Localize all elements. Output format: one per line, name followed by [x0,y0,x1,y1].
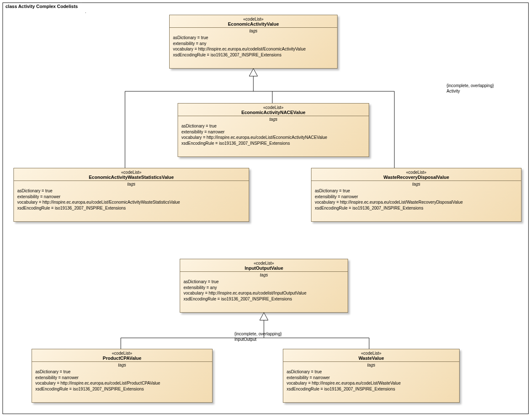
generalization-note-top: {incomplete, overlapping} Activity [447,83,494,94]
stereotype: «codeList» [314,170,519,175]
class-economic-activity-nace-value: «codeList» EconomicActivityNACEValue tag… [178,103,369,157]
class-waste-recovery-disposal-value: «codeList» WasteRecoveryDisposalValue ta… [311,168,521,222]
diagram-frame: class Activity Complex Codelists «codeLi… [3,3,529,414]
note-line: {incomplete, overlapping} [234,331,282,337]
tags-body: asDictionary = true extensibility = narr… [311,188,521,214]
stereotype: «codeList» [183,261,345,266]
class-economic-activity-waste-statistics-value: «codeList» EconomicActivityWasteStatisti… [13,168,249,222]
stereotype: «codeList» [16,170,246,175]
class-name: EconomicActivityWasteStatisticsValue [16,175,246,180]
tags-label: tags [311,181,521,188]
note-line: InputOutput [234,337,282,342]
class-waste-value: «codeList» WasteValue tags asDictionary … [283,349,460,403]
class-name: InputOutputValue [183,266,345,271]
class-name: WasteRecoveryDisposalValue [314,175,519,180]
diagram-title: class Activity Complex Codelists [5,4,78,9]
tags-label: tags [32,362,212,369]
class-name: EconomicActivityValue [172,21,335,27]
stereotype: «codeList» [35,351,210,356]
tags-label: tags [283,362,459,369]
tags-body: asDictionary = true extensibility = narr… [32,369,212,395]
class-name: ProductCPAValue [35,356,210,361]
stereotype: «codeList» [286,351,457,356]
class-product-cpa-value: «codeList» ProductCPAValue tags asDictio… [32,349,213,403]
diagram-title-tab: class Activity Complex Codelists [3,3,86,13]
tags-label: tags [170,28,337,35]
tags-body: asDictionary = true extensibility = narr… [178,123,369,149]
generalization-note-bottom: {incomplete, overlapping} InputOutput [234,331,282,342]
tags-body: asDictionary = true extensibility = any … [180,279,348,305]
note-line: Activity [447,88,494,94]
class-name: EconomicActivityNACEValue [181,110,366,115]
svg-marker-6 [260,313,268,320]
class-name: WasteValue [286,356,457,361]
class-input-output-value: «codeList» InputOutputValue tags asDicti… [180,259,348,313]
tags-body: asDictionary = true extensibility = any … [170,35,337,61]
class-economic-activity-value: «codeList» EconomicActivityValue tags as… [169,15,338,69]
stereotype: «codeList» [181,105,366,110]
svg-marker-0 [249,69,258,76]
tags-body: asDictionary = true extensibility = narr… [283,369,459,395]
tags-body: asDictionary = true extensibility = narr… [14,188,249,214]
stereotype: «codeList» [172,17,335,21]
note-line: {incomplete, overlapping} [447,83,494,88]
tags-label: tags [14,181,249,188]
tags-label: tags [178,116,369,123]
tags-label: tags [180,272,348,279]
